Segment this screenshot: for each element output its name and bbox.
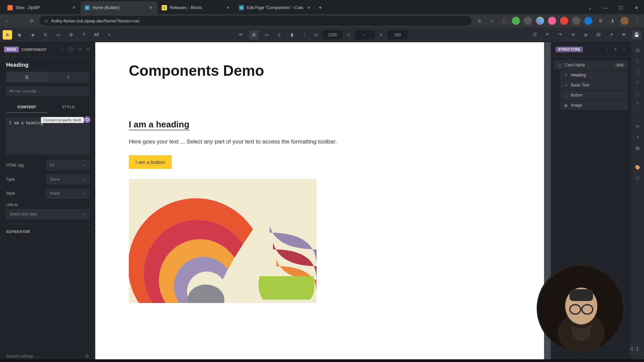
zoom-input[interactable] xyxy=(387,31,408,39)
preview-icon[interactable]: 👁 xyxy=(619,30,629,40)
cursor-icon[interactable] xyxy=(15,30,25,40)
save-icon[interactable]: 💾 xyxy=(632,30,641,40)
connect-property-button[interactable] xyxy=(84,116,91,123)
rail-box-icon[interactable]: □ xyxy=(633,88,642,97)
type-select[interactable]: None ▾ xyxy=(46,174,89,184)
reload-icon[interactable]: ⟳ xyxy=(28,17,36,25)
heading-element[interactable]: I am a heading xyxy=(129,119,190,130)
separator-section[interactable]: SEPARATOR › xyxy=(6,224,89,239)
add-icon[interactable]: + xyxy=(105,30,114,40)
tablet-icon[interactable]: ▯ xyxy=(275,30,284,40)
menu-icon[interactable]: ⋮ xyxy=(633,17,641,25)
copy-icon[interactable]: ⎘ xyxy=(85,47,91,53)
more-icon[interactable]: ⋮ xyxy=(300,30,310,40)
back-icon[interactable]: ‹ xyxy=(59,47,65,53)
tree-item-image[interactable]: ▣ Image xyxy=(560,101,628,110)
profile-avatar[interactable] xyxy=(621,17,629,25)
copy-icon[interactable]: ⎘ xyxy=(41,30,50,40)
rail-box-icon[interactable]: □ xyxy=(633,78,642,86)
tree-item-button[interactable]: □ Button xyxy=(560,90,628,100)
gear-icon[interactable]: ⚙ xyxy=(66,30,76,40)
site-info-icon[interactable]: ⊙ xyxy=(44,18,48,23)
rail-palette-icon[interactable]: 🎨 xyxy=(633,163,642,172)
back-icon[interactable]: ← xyxy=(3,17,11,25)
settings-gear-icon[interactable]: ⚙ xyxy=(85,354,89,359)
folder-icon[interactable]: ▭ xyxy=(76,47,83,53)
wordpress-icon[interactable]: ⓦ xyxy=(594,30,603,40)
height-input[interactable] xyxy=(355,31,375,39)
collapse-icon[interactable]: ‹ xyxy=(604,47,610,52)
extension-icon[interactable] xyxy=(512,17,520,25)
tree-view-tab[interactable]: ⚲ xyxy=(48,72,89,82)
rail-refresh-icon[interactable]: ⟳ xyxy=(633,122,642,131)
close-window-icon[interactable]: ✕ xyxy=(629,1,644,14)
extension-icon[interactable] xyxy=(572,17,580,25)
revisions-icon[interactable]: ⟲ xyxy=(568,30,578,40)
bookmark-icon[interactable]: ☆ xyxy=(488,17,496,25)
style-select[interactable]: None ▾ xyxy=(46,188,89,198)
tab-releases[interactable]: b Releases – Bricks ✕ xyxy=(158,1,235,14)
mobile-icon[interactable]: ▮ xyxy=(287,30,297,40)
undo-icon[interactable]: ↶ xyxy=(543,30,552,40)
html-tag-select[interactable]: h3 ▾ xyxy=(46,160,89,170)
extension-icon[interactable] xyxy=(584,17,592,25)
close-icon[interactable]: ✕ xyxy=(225,5,231,10)
folder-icon[interactable]: ▭ xyxy=(54,30,63,40)
caret-down-icon[interactable]: ⌄ xyxy=(582,1,598,14)
rail-layers-icon[interactable]: ▤ xyxy=(633,46,642,54)
element-id-field[interactable]: #brxe-jhyedm xyxy=(6,86,89,96)
external-link-icon[interactable]: ↗ xyxy=(606,30,616,40)
layers-icon[interactable]: ≣ xyxy=(581,30,590,40)
heading-text-input[interactable] xyxy=(6,118,89,155)
basic-text-element[interactable]: Here goes your text ... Select any part … xyxy=(129,138,511,145)
extension-icon[interactable] xyxy=(536,17,544,25)
tree-item-card-alpha[interactable]: ◫ Card Alpha BEM xyxy=(554,60,628,70)
close-icon[interactable]: ✕ xyxy=(148,5,154,10)
link-to-select[interactable]: Select link type ▾ xyxy=(6,209,89,219)
shield-icon[interactable]: ◈ xyxy=(28,30,38,40)
page-title[interactable]: Components Demo xyxy=(129,62,511,79)
redo-icon[interactable]: ↷ xyxy=(555,30,565,40)
new-tab-button[interactable]: + xyxy=(316,1,325,14)
tablet-landscape-icon[interactable]: ▭ xyxy=(262,30,271,40)
desktop-icon[interactable]: 🖥 xyxy=(249,30,259,40)
minimize-icon[interactable]: — xyxy=(598,1,613,14)
extension-icon[interactable] xyxy=(548,17,556,25)
canvas[interactable]: Components Demo I am a heading Here goes… xyxy=(95,42,544,362)
rail-grid-icon[interactable]: ▦ xyxy=(633,143,642,152)
extensions-icon[interactable]: ⧉ xyxy=(596,17,604,25)
info-icon[interactable]: ⓘ xyxy=(68,47,74,53)
close-icon[interactable]: ✕ xyxy=(71,5,76,10)
rail-text-icon[interactable]: T xyxy=(633,99,642,108)
extension-icon[interactable] xyxy=(524,17,532,25)
extension-icon[interactable]: ⋮ xyxy=(500,17,508,25)
expand-icon[interactable]: ⤢ xyxy=(621,47,627,52)
tree-item-heading[interactable]: T Heading xyxy=(560,70,628,80)
code-toggle-button[interactable]: { } xyxy=(629,343,640,354)
sync-icon[interactable]: ⟳ xyxy=(236,30,246,40)
close-icon[interactable]: ✕ xyxy=(306,5,312,10)
url-bar[interactable]: ⊙ frothy-florian-tcd.zipwp.dev/home/?bri… xyxy=(40,16,472,26)
forward-icon[interactable]: → xyxy=(15,17,23,25)
rail-box-icon[interactable]: □ xyxy=(633,56,642,65)
download-icon[interactable]: ⬇ xyxy=(608,17,616,25)
extension-icon[interactable] xyxy=(560,17,568,25)
install-icon[interactable]: ⎘ xyxy=(476,17,484,25)
tab-home-builder[interactable]: W Home (Builder) ✕ xyxy=(80,1,158,14)
width-input[interactable] xyxy=(322,31,342,39)
button-element[interactable]: I am a button xyxy=(129,155,172,169)
at-button[interactable]: AT xyxy=(92,30,101,40)
history-icon[interactable]: ⏱ xyxy=(530,30,539,40)
maximize-icon[interactable]: ☐ xyxy=(613,1,629,14)
rail-component-icon[interactable]: ◫ xyxy=(633,174,642,182)
search-settings-input[interactable] xyxy=(6,354,83,359)
rail-box-icon[interactable]: □ xyxy=(633,67,642,76)
help-icon[interactable]: ? xyxy=(79,30,89,40)
bricks-logo[interactable]: b xyxy=(3,30,12,40)
image-element[interactable] xyxy=(129,179,317,303)
list-view-tab[interactable]: ☰ xyxy=(6,72,48,82)
action-icon[interactable]: ✦ xyxy=(612,47,619,52)
tab-edit-page[interactable]: W Edit Page "Components" ‹ Cwic ✕ xyxy=(235,1,316,14)
rail-link-icon[interactable]: ⚭ xyxy=(633,133,642,141)
style-tab[interactable]: STYLE xyxy=(48,102,89,113)
